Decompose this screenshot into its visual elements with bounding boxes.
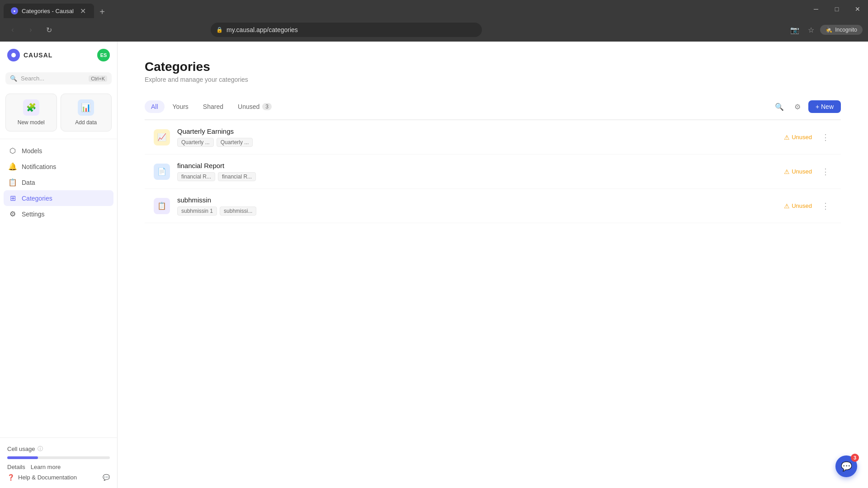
info-icon: ⓘ: [38, 445, 43, 453]
chat-icon: 💬: [841, 461, 852, 472]
category-status: ⚠ Unused ⋮: [784, 165, 832, 178]
back-button[interactable]: ‹: [5, 23, 20, 37]
learn-more-link[interactable]: Learn more: [31, 464, 61, 470]
unused-badge: ⚠ Unused: [784, 134, 812, 141]
refresh-button[interactable]: ↻: [42, 23, 56, 37]
help-icon: ❓: [7, 474, 14, 481]
filters-bar: All Yours Shared Unused 3 🔍 ⚙: [145, 94, 841, 120]
cat-tag: financial R...: [218, 172, 256, 181]
settings-icon: ⚙: [8, 210, 17, 218]
tab-close-button[interactable]: ✕: [79, 7, 87, 15]
cat-tag: financial R...: [177, 172, 215, 181]
settings-label: Settings: [22, 211, 45, 218]
search-placeholder: Search...: [21, 75, 44, 82]
minimize-button[interactable]: ─: [806, 0, 826, 18]
categories-label: Categories: [22, 195, 52, 202]
lock-icon: 🔒: [216, 27, 223, 33]
url-display: my.causal.app/categories: [226, 26, 298, 33]
close-window-button[interactable]: ✕: [847, 0, 868, 18]
sidebar-item-models[interactable]: ⬡ Models: [4, 143, 113, 159]
forward-button[interactable]: ›: [24, 23, 38, 37]
new-model-icon: 🧩: [23, 99, 39, 116]
filter-tab-all[interactable]: All: [145, 100, 165, 113]
cat-tag: Quarterly ...: [177, 138, 214, 147]
maximize-button[interactable]: □: [826, 0, 847, 18]
details-link[interactable]: Details: [7, 464, 25, 470]
new-tab-button[interactable]: +: [96, 5, 108, 18]
sidebar: CAUSAL ES 🔍 Search... Ctrl+K 🧩 New model…: [0, 42, 118, 488]
search-icon: 🔍: [10, 75, 17, 82]
data-icon: 📋: [8, 178, 17, 187]
help-documentation-button[interactable]: ❓ Help & Documentation 💬: [7, 474, 110, 481]
add-data-button[interactable]: 📊 Add data: [61, 94, 112, 131]
notifications-label: Notifications: [22, 163, 56, 170]
category-name: Quarterly Earnings: [177, 127, 784, 135]
new-model-button[interactable]: 🧩 New model: [5, 94, 57, 131]
filter-tab-yours[interactable]: Yours: [166, 100, 195, 113]
sidebar-item-notifications[interactable]: 🔔 Notifications: [4, 159, 113, 174]
status-label: Unused: [792, 202, 812, 209]
warning-icon: ⚠: [784, 168, 790, 175]
sidebar-item-settings[interactable]: ⚙ Settings: [4, 206, 113, 222]
warning-icon: ⚠: [784, 134, 790, 141]
incognito-label: Incognito: [835, 27, 857, 33]
notifications-icon: 🔔: [8, 162, 17, 171]
category-status: ⚠ Unused ⋮: [784, 200, 832, 212]
camera-icon[interactable]: 📷: [788, 23, 802, 37]
help-label: Help & Documentation: [18, 474, 77, 481]
table-row[interactable]: 📈 Quarterly Earnings Quarterly ... Quart…: [145, 120, 841, 155]
search-shortcut: Ctrl+K: [89, 75, 107, 82]
category-icon: 📈: [154, 129, 170, 145]
address-bar[interactable]: 🔒 my.causal.app/categories: [211, 23, 482, 37]
new-category-button[interactable]: + New: [808, 100, 841, 113]
unused-count: 3: [262, 103, 272, 110]
sidebar-item-data[interactable]: 📋 Data: [4, 174, 113, 190]
main-content: Categories Explore and manage your categ…: [118, 42, 868, 488]
active-tab[interactable]: ● Categories - Causal ✕: [4, 4, 94, 18]
new-category-label: + New: [816, 103, 834, 110]
category-tags: financial R... financial R...: [177, 172, 784, 181]
category-info: subhmissin subhmissin 1 subhmissi...: [177, 196, 784, 216]
logo-area: CAUSAL: [7, 49, 52, 61]
cat-tag: subhmissin 1: [177, 206, 217, 216]
logo-text: CAUSAL: [24, 52, 52, 59]
unused-badge: ⚠ Unused: [784, 168, 812, 175]
filter-tab-unused[interactable]: Unused 3: [231, 100, 278, 113]
category-icon: 📄: [154, 164, 170, 180]
page-header: Categories Explore and manage your categ…: [118, 42, 868, 94]
add-data-label: Add data: [75, 119, 97, 126]
nav-bar: ‹ › ↻ 🔒 my.causal.app/categories 📷 ☆ 🕵 I…: [0, 18, 868, 42]
category-icon: 📋: [154, 198, 170, 214]
nav-divider: [0, 139, 117, 139]
filter-tab-shared[interactable]: Shared: [197, 100, 230, 113]
category-list: 📈 Quarterly Earnings Quarterly ... Quart…: [145, 120, 841, 223]
models-icon: ⬡: [8, 146, 17, 155]
filter-actions: 🔍 ⚙ + New: [772, 99, 841, 114]
sidebar-header: CAUSAL ES: [0, 42, 117, 69]
group-filter-button[interactable]: ⚙: [790, 99, 805, 114]
chat-badge: 3: [851, 454, 859, 462]
page-title: Categories: [145, 60, 841, 74]
add-data-icon: 📊: [78, 99, 94, 116]
more-options-button[interactable]: ⋮: [819, 131, 832, 144]
table-row[interactable]: 📋 subhmissin subhmissin 1 subhmissi... ⚠: [145, 189, 841, 223]
bookmark-icon[interactable]: ☆: [804, 23, 818, 37]
nav-actions: 📷 ☆ 🕵 Incognito: [788, 23, 863, 37]
cell-usage-label: Cell usage ⓘ: [7, 445, 110, 453]
category-name: financial Report: [177, 162, 784, 169]
incognito-button[interactable]: 🕵 Incognito: [820, 25, 863, 35]
table-row[interactable]: 📄 financial Report financial R... financ…: [145, 155, 841, 189]
status-label: Unused: [792, 168, 812, 175]
more-options-button[interactable]: ⋮: [819, 200, 832, 212]
unused-badge: ⚠ Unused: [784, 202, 812, 210]
more-options-button[interactable]: ⋮: [819, 165, 832, 178]
user-avatar[interactable]: ES: [97, 49, 110, 61]
search-filter-button[interactable]: 🔍: [772, 99, 787, 114]
data-label: Data: [22, 179, 35, 186]
search-bar[interactable]: 🔍 Search... Ctrl+K: [5, 72, 112, 84]
category-status: ⚠ Unused ⋮: [784, 131, 832, 144]
sidebar-footer: Cell usage ⓘ Details Learn more ❓ Help &…: [0, 437, 117, 488]
sidebar-item-categories[interactable]: ⊞ Categories: [4, 190, 113, 206]
warning-icon: ⚠: [784, 202, 790, 210]
chat-button[interactable]: 💬 3: [835, 455, 857, 477]
